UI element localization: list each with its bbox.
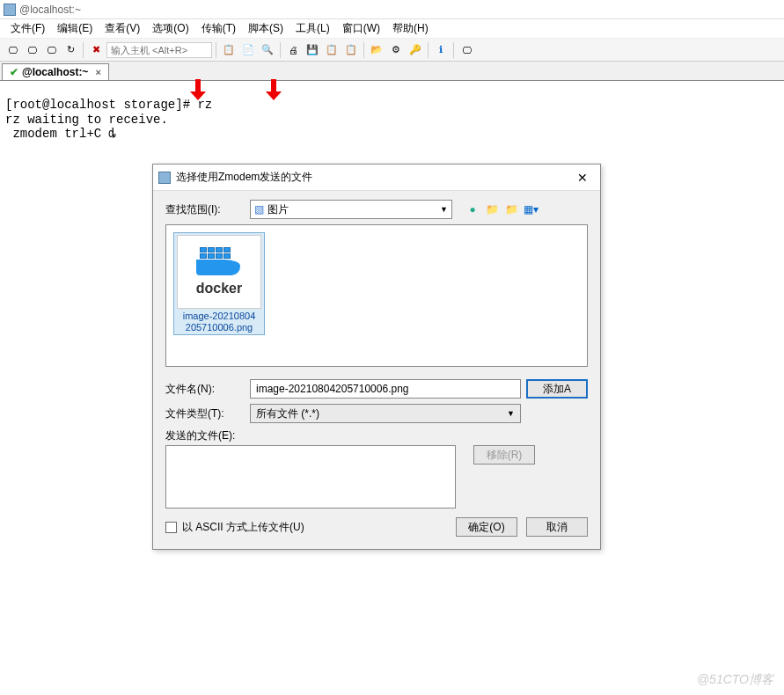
folder-icon: ▧ bbox=[254, 203, 264, 216]
dialog-body: 查找范围(I): ▧ 图片 ▼ ● 📁 📁 ▦▾ dock bbox=[153, 191, 600, 549]
file-item-name: image-20210804205710006.png bbox=[176, 311, 262, 333]
tb-props-icon[interactable]: 📋 bbox=[323, 41, 341, 59]
tb-help-icon[interactable]: ℹ bbox=[432, 41, 450, 59]
tb-session-icon[interactable]: 📋 bbox=[342, 41, 360, 59]
menu-window[interactable]: 窗口(W) bbox=[337, 19, 385, 38]
window-titlebar: @localhost:~ bbox=[0, 0, 784, 19]
nav-newfolder-icon[interactable]: 📁 bbox=[503, 201, 519, 217]
chevron-down-icon: ▼ bbox=[507, 409, 515, 418]
terminal-line: zmodem trl+C ȡ bbox=[5, 127, 116, 141]
tb-separator bbox=[363, 42, 364, 58]
terminal-line: [root@localhost storage]# rz bbox=[5, 98, 212, 112]
session-tab[interactable]: ✔ @localhost:~ × bbox=[2, 63, 109, 80]
sendfiles-label: 发送的文件(E): bbox=[165, 428, 588, 443]
menubar: 文件(F) 编辑(E) 查看(V) 选项(O) 传输(T) 脚本(S) 工具(L… bbox=[0, 19, 784, 39]
connected-dot-icon: ✔ bbox=[10, 66, 18, 78]
nav-back-icon[interactable]: ● bbox=[465, 201, 480, 217]
menu-script[interactable]: 脚本(S) bbox=[243, 19, 289, 38]
chevron-down-icon: ▼ bbox=[440, 205, 448, 214]
tb-tab-icon[interactable]: 🖵 bbox=[42, 41, 60, 59]
menu-view[interactable]: 查看(V) bbox=[99, 19, 145, 38]
tab-close-icon[interactable]: × bbox=[95, 67, 100, 77]
tb-key-icon[interactable]: 🔑 bbox=[407, 41, 424, 59]
tb-separator bbox=[83, 42, 84, 58]
lookin-label: 查找范围(I): bbox=[165, 202, 245, 217]
tabbar: ✔ @localhost:~ × bbox=[0, 62, 784, 81]
host-input[interactable] bbox=[106, 42, 212, 58]
tb-tools-icon[interactable]: ⚙ bbox=[387, 41, 405, 59]
tb-find-icon[interactable]: 🔍 bbox=[259, 41, 276, 59]
file-dialog: 选择使用Zmodem发送的文件 ✕ 查找范围(I): ▧ 图片 ▼ ● 📁 📁 … bbox=[152, 164, 601, 550]
file-thumbnail: docker bbox=[177, 235, 261, 309]
filetype-dropdown[interactable]: 所有文件 (*.*) ▼ bbox=[250, 404, 521, 423]
tb-reconnect-icon[interactable]: ↻ bbox=[62, 41, 79, 59]
menu-transfer[interactable]: 传输(T) bbox=[196, 19, 241, 38]
docker-logo-icon bbox=[193, 247, 245, 279]
file-item[interactable]: docker image-20210804205710006.png bbox=[173, 232, 265, 335]
dialog-title: 选择使用Zmodem发送的文件 bbox=[176, 170, 570, 185]
dialog-close-button[interactable]: ✕ bbox=[570, 168, 595, 187]
tb-xfer-icon[interactable]: 🖵 bbox=[458, 41, 475, 59]
toolbar: 🖵 🖵 🖵 ↻ ✖ 📋 📄 🔍 🖨 💾 📋 📋 📂 ⚙ 🔑 ℹ 🖵 bbox=[0, 39, 784, 62]
cancel-button[interactable]: 取消 bbox=[526, 517, 588, 537]
filename-label: 文件名(N): bbox=[165, 382, 245, 397]
menu-tools[interactable]: 工具(L) bbox=[290, 19, 335, 38]
menu-options[interactable]: 选项(O) bbox=[147, 19, 194, 38]
tb-new-icon[interactable]: 🖵 bbox=[4, 41, 21, 59]
app-icon bbox=[4, 4, 16, 16]
menu-help[interactable]: 帮助(H) bbox=[387, 19, 434, 38]
tb-copy-icon[interactable]: 📋 bbox=[220, 41, 238, 59]
window-title: @localhost:~ bbox=[19, 4, 81, 16]
add-button[interactable]: 添加A bbox=[526, 379, 588, 399]
tb-separator bbox=[453, 42, 454, 58]
tb-save-icon[interactable]: 💾 bbox=[304, 41, 321, 59]
tb-folder-icon[interactable]: 📂 bbox=[368, 41, 385, 59]
tb-print-icon[interactable]: 🖨 bbox=[284, 41, 302, 59]
watermark: @51CTO博客 bbox=[697, 672, 773, 688]
nav-up-icon[interactable]: 📁 bbox=[484, 201, 500, 217]
dialog-app-icon bbox=[158, 172, 171, 184]
tb-separator bbox=[280, 42, 281, 58]
tb-open-icon[interactable]: 🖵 bbox=[23, 41, 40, 59]
menu-edit[interactable]: 编辑(E) bbox=[52, 19, 98, 38]
filename-input[interactable] bbox=[250, 379, 521, 399]
tb-disconnect-icon[interactable]: ✖ bbox=[87, 41, 105, 59]
ok-button[interactable]: 确定(O) bbox=[456, 517, 517, 537]
dialog-titlebar[interactable]: 选择使用Zmodem发送的文件 ✕ bbox=[153, 165, 600, 191]
remove-button[interactable]: 移除(R) bbox=[473, 445, 535, 465]
menu-file[interactable]: 文件(F) bbox=[5, 19, 50, 38]
terminal[interactable]: [root@localhost storage]# rz rz waiting … bbox=[0, 81, 784, 143]
terminal-line: rz waiting to receive. bbox=[5, 113, 168, 127]
filetype-value: 所有文件 (*.*) bbox=[256, 406, 319, 421]
nav-viewmode-icon[interactable]: ▦▾ bbox=[523, 201, 539, 217]
ascii-checkbox[interactable] bbox=[165, 522, 177, 533]
lookin-value: 图片 bbox=[267, 202, 289, 217]
filetype-label: 文件类型(T): bbox=[165, 406, 245, 421]
tab-label: @localhost:~ bbox=[22, 66, 88, 78]
tb-separator bbox=[216, 42, 216, 58]
ascii-label: 以 ASCII 方式上传文件(U) bbox=[182, 520, 304, 535]
lookin-dropdown[interactable]: ▧ 图片 ▼ bbox=[250, 200, 452, 219]
tb-separator bbox=[428, 42, 429, 58]
thumb-text: docker bbox=[196, 281, 242, 296]
file-list-pane[interactable]: docker image-20210804205710006.png bbox=[165, 224, 588, 367]
tb-paste-icon[interactable]: 📄 bbox=[239, 41, 257, 59]
send-files-list[interactable] bbox=[165, 445, 456, 508]
